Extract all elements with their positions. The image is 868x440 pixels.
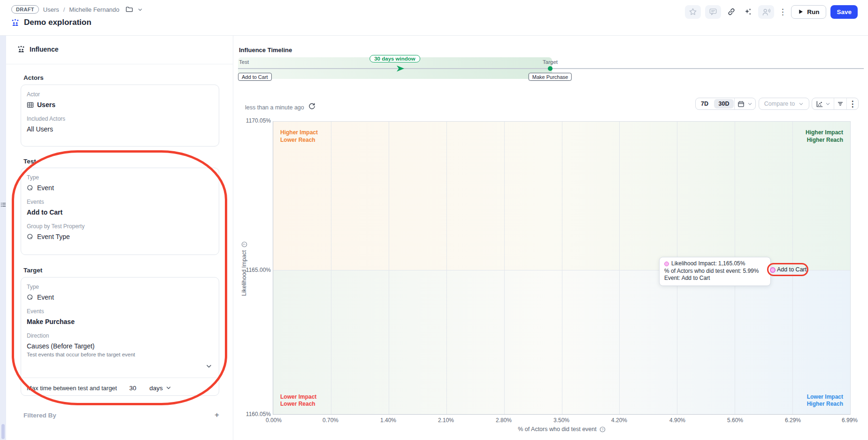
event-icon: [27, 185, 34, 192]
x-tick: 4.90%: [669, 417, 685, 424]
section-actors: Actors: [23, 74, 44, 81]
x-tick: 5.60%: [727, 417, 743, 424]
filtered-by-row: Filtered By +: [23, 410, 219, 420]
quadrant-label-bottom-left: Lower Impact Lower Reach: [280, 394, 316, 408]
gridline: [389, 122, 389, 414]
chevron-down-icon: [166, 385, 171, 391]
app-root: DRAFT Users / Michelle Fernando Demo exp…: [0, 0, 868, 440]
influence-icon: [11, 19, 19, 27]
comment-button[interactable]: [705, 5, 721, 19]
x-tick: 0.70%: [323, 417, 338, 424]
actor-value[interactable]: Users: [27, 101, 213, 108]
app-header: DRAFT Users / Michelle Fernando Demo exp…: [0, 0, 868, 36]
draft-badge: DRAFT: [11, 5, 39, 14]
y-axis-title: Likelihood Impact ?: [240, 222, 248, 316]
run-button[interactable]: Run: [791, 5, 826, 19]
test-groupby-value[interactable]: Event Type: [27, 233, 213, 240]
timeline-arrow-icon: [384, 65, 406, 72]
timeline-test-label: Test: [239, 59, 249, 65]
chart-kebab-button[interactable]: ⋮: [847, 98, 858, 109]
target-events-value[interactable]: Make Purchase: [27, 318, 213, 325]
series-dot: [664, 262, 669, 266]
max-time-row: Max time between test and target 30 days: [27, 382, 214, 394]
direction-select[interactable]: Causes (Before Target): [27, 342, 213, 350]
event-icon: [27, 294, 34, 301]
x-tick: 0.00%: [266, 417, 282, 424]
filter-icon: [837, 100, 844, 107]
target-dot: [548, 66, 553, 71]
gridline: [331, 122, 331, 414]
panel-title: Influence: [30, 46, 58, 53]
scrollbar-thumb[interactable]: [1, 424, 5, 439]
scatter-chart-icon: [816, 100, 823, 108]
filtered-by-label: Filtered By: [23, 412, 56, 419]
range-7d-button[interactable]: 7D: [696, 98, 714, 109]
tooltip-impact: Likelihood Impact: 1,165.05%: [671, 260, 745, 268]
y-tick: 1160.05%: [202, 411, 271, 417]
test-events-value[interactable]: Add to Cart: [27, 208, 213, 216]
test-groupby-label: Group by Test Property: [27, 223, 213, 230]
chart-type-button[interactable]: [812, 98, 834, 109]
tooltip-reach: % of Actors who did test event: 5.99%: [664, 268, 766, 275]
target-events-label: Events: [27, 308, 213, 315]
compare-to-dropdown[interactable]: Compare to: [759, 98, 809, 110]
y-tick: 1165.00%: [202, 267, 271, 273]
divider: [6, 64, 233, 64]
title-row: Demo exploration: [11, 18, 92, 27]
x-tick: 2.80%: [496, 417, 512, 424]
test-type-label: Type: [27, 174, 213, 181]
calendar-button[interactable]: [735, 98, 755, 109]
chevron-down-icon[interactable]: [206, 363, 212, 370]
outline-list-icon[interactable]: [0, 202, 6, 208]
data-point-label: Add to Cart: [777, 266, 807, 273]
favorite-star-button[interactable]: [685, 5, 701, 19]
svg-text:?: ?: [242, 243, 246, 246]
filter-button[interactable]: [834, 98, 846, 109]
test-event-chip[interactable]: Add to Cart: [238, 73, 272, 81]
refresh-icon[interactable]: [308, 103, 315, 110]
point-tooltip: Likelihood Impact: 1,165.05% % of Actors…: [659, 257, 771, 286]
breadcrumb-users[interactable]: Users: [43, 6, 59, 13]
target-type-label: Type: [27, 284, 213, 290]
chevron-down-icon[interactable]: [138, 7, 143, 12]
date-range-group: 7D 30D: [695, 98, 756, 110]
x-tick: 6.29%: [785, 417, 801, 424]
audience-button[interactable]: [758, 5, 774, 19]
max-time-unit-select[interactable]: days: [149, 385, 171, 392]
section-test: Test: [23, 158, 36, 165]
max-time-input[interactable]: 30: [129, 385, 136, 392]
save-button[interactable]: Save: [830, 5, 858, 19]
direction-label: Direction: [27, 332, 213, 339]
x-tick: 6.99%: [842, 417, 858, 424]
actor-label: Actor: [27, 91, 213, 98]
question-circle-icon: ?: [599, 426, 606, 432]
chevron-down-icon: [825, 101, 830, 107]
data-point-add-to-cart[interactable]: [770, 267, 776, 273]
breadcrumb: DRAFT Users / Michelle Fernando: [11, 5, 143, 14]
test-events-label: Events: [27, 199, 213, 205]
breadcrumb-owner[interactable]: Michelle Fernando: [69, 6, 119, 13]
influence-icon: [17, 46, 25, 53]
config-sidebar: Influence Actors Actor Users Included Ac…: [6, 36, 233, 440]
more-options-kebab[interactable]: ⋮: [778, 5, 787, 19]
timeline-title: Influence Timeline: [239, 46, 292, 54]
scatter-plot-area[interactable]: Higher Impact Lower Reach Higher Impact …: [273, 121, 851, 415]
range-30d-button[interactable]: 30D: [714, 99, 734, 108]
quadrant-label-top-left: Higher Impact Lower Reach: [280, 129, 318, 144]
event-icon: [27, 233, 34, 240]
sparkles-ai-icon[interactable]: [742, 5, 754, 19]
test-card: Type Event Events Add to Cart Group by T…: [21, 168, 219, 255]
folder-icon[interactable]: [125, 6, 133, 13]
target-event-chip[interactable]: Make Purchase: [529, 73, 572, 81]
question-circle-icon: ?: [241, 241, 247, 247]
gridline: [504, 122, 505, 414]
included-actors-value[interactable]: All Users: [27, 125, 213, 133]
max-time-label: Max time between test and target: [27, 385, 117, 392]
header-actions: ⋮ Run Save: [685, 5, 858, 19]
target-type-value[interactable]: Event: [27, 293, 213, 301]
breadcrumb-separator: /: [63, 6, 65, 13]
svg-text:?: ?: [601, 427, 604, 432]
test-type-value[interactable]: Event: [27, 184, 213, 192]
share-link-icon[interactable]: [725, 5, 737, 19]
tooltip-event: Event: Add to Cart: [664, 275, 766, 282]
